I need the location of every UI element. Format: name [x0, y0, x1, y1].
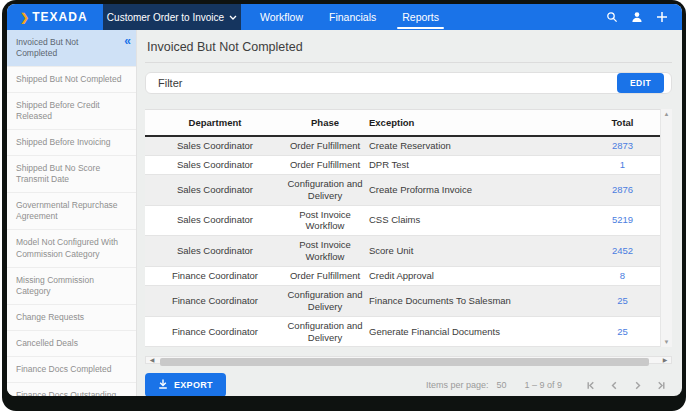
report-table-card: Department Phase Exception Total Sales C…: [145, 109, 672, 347]
download-icon: [158, 379, 168, 391]
column-header-total[interactable]: Total: [585, 110, 660, 137]
total-link[interactable]: 25: [617, 326, 628, 337]
sidebar-item[interactable]: Governmental Repurchase Agreement: [7, 193, 136, 230]
table-row: Finance CoordinatorConfiguration and Del…: [145, 285, 660, 316]
tab-reports[interactable]: Reports: [389, 4, 452, 30]
chevron-down-icon: [229, 15, 237, 20]
body-row: Invoiced But Not CompletedShipped But No…: [7, 30, 682, 396]
app-switcher-menu[interactable]: Customer Order to Invoice: [103, 4, 241, 30]
total-link[interactable]: 8: [620, 270, 625, 281]
cell-total: 8: [585, 267, 660, 286]
filter-label: Filter: [158, 77, 182, 89]
tab-financials[interactable]: Financials: [316, 4, 389, 30]
cell-phase: Order Fulfillment: [285, 136, 365, 155]
cell-phase: Configuration and Delivery: [285, 316, 365, 347]
total-link[interactable]: 1: [620, 159, 625, 170]
cell-department: Sales Coordinator: [145, 174, 285, 205]
edit-filter-button[interactable]: EDIT: [617, 73, 664, 93]
user-icon[interactable]: [631, 11, 643, 23]
column-header-exception[interactable]: Exception: [365, 110, 585, 137]
cell-exception: DPR Test: [365, 155, 585, 174]
app-switcher-label: Customer Order to Invoice: [107, 12, 224, 23]
column-header-department[interactable]: Department: [145, 110, 285, 137]
total-link[interactable]: 25: [617, 295, 628, 306]
sidebar-item[interactable]: Shipped But Not Completed: [7, 67, 136, 93]
sidebar-item[interactable]: Cancelled Deals: [7, 331, 136, 357]
cell-department: Finance Coordinator: [145, 267, 285, 286]
main-content: Invoiced But Not Completed Filter EDIT D…: [137, 30, 682, 396]
cell-total: 25: [585, 316, 660, 347]
cell-phase: Order Fulfillment: [285, 267, 365, 286]
table-row: Sales CoordinatorConfiguration and Deliv…: [145, 174, 660, 205]
cell-phase: Order Fulfillment: [285, 155, 365, 174]
total-link[interactable]: 5219: [612, 214, 633, 225]
cell-exception: Finance Documents To Salesman: [365, 285, 585, 316]
cell-department: Sales Coordinator: [145, 155, 285, 174]
items-per-page-label: Items per page:: [426, 380, 489, 390]
sidebar-list: Invoiced But Not CompletedShipped But No…: [7, 30, 136, 396]
cell-department: Sales Coordinator: [145, 205, 285, 236]
next-page-button[interactable]: [630, 378, 645, 393]
sidebar-item[interactable]: Model Not Configured With Commission Cat…: [7, 230, 136, 267]
total-link[interactable]: 2873: [612, 140, 633, 151]
cell-exception: CSS Claims: [365, 205, 585, 236]
cell-total: 2876: [585, 174, 660, 205]
scroll-right-icon[interactable]: ▶: [659, 357, 671, 363]
column-header-phase[interactable]: Phase: [285, 110, 365, 137]
cell-department: Finance Coordinator: [145, 285, 285, 316]
filter-panel: Filter EDIT: [145, 72, 672, 94]
cell-exception: Create Proforma Invoice: [365, 174, 585, 205]
table-vertical-scrollbar[interactable]: ▲ ▼: [660, 109, 672, 347]
cell-department: Sales Coordinator: [145, 236, 285, 267]
sidebar-item[interactable]: Shipped Before Invoicing: [7, 130, 136, 156]
collapse-sidebar-icon[interactable]: «: [124, 35, 131, 47]
first-page-button[interactable]: [584, 378, 599, 393]
table-horizontal-scrollbar[interactable]: ◀ ▶: [145, 356, 672, 364]
scroll-down-icon[interactable]: ▼: [664, 339, 670, 345]
cell-exception: Create Reservation: [365, 136, 585, 155]
logo-text: TEXADA: [32, 10, 87, 24]
last-page-button[interactable]: [653, 378, 668, 393]
sidebar-item[interactable]: Shipped But No Score Transmit Date: [7, 156, 136, 193]
total-link[interactable]: 2876: [612, 184, 633, 195]
sidebar-item[interactable]: Finance Docs Completed: [7, 357, 136, 383]
table-row: Finance CoordinatorConfiguration and Del…: [145, 316, 660, 347]
items-per-page-value[interactable]: 50: [496, 380, 506, 390]
header-actions: [606, 4, 682, 30]
scroll-up-icon[interactable]: ▲: [664, 111, 670, 117]
export-button-label: EXPORT: [174, 380, 213, 390]
table-row: Sales CoordinatorPost Invoice WorkflowSc…: [145, 236, 660, 267]
report-table: Department Phase Exception Total Sales C…: [145, 109, 660, 347]
total-link[interactable]: 2452: [612, 245, 633, 256]
sidebar-item[interactable]: Change Requests: [7, 305, 136, 331]
cell-department: Sales Coordinator: [145, 136, 285, 155]
texada-logo: ❯ TEXADA: [7, 4, 103, 30]
add-icon[interactable]: [656, 11, 668, 23]
table-row: Sales CoordinatorPost Invoice WorkflowCS…: [145, 205, 660, 236]
page-title: Invoiced But Not Completed: [145, 36, 672, 63]
logo-chevron-icon: ❯: [20, 12, 29, 23]
horizontal-scroll-thumb[interactable]: [160, 358, 649, 366]
previous-page-button[interactable]: [607, 378, 622, 393]
cell-department: Finance Coordinator: [145, 316, 285, 347]
table-header-row: Department Phase Exception Total: [145, 110, 660, 137]
export-button[interactable]: EXPORT: [145, 373, 226, 396]
table-row: Finance CoordinatorOrder FulfillmentCred…: [145, 267, 660, 286]
scroll-left-icon[interactable]: ◀: [146, 357, 158, 363]
sidebar-item[interactable]: Finance Docs Outstanding: [7, 383, 136, 396]
reports-sidebar: Invoiced But Not CompletedShipped But No…: [7, 30, 137, 396]
cell-phase: Configuration and Delivery: [285, 174, 365, 205]
app-window: ❯ TEXADA Customer Order to Invoice Workf…: [7, 4, 682, 396]
sidebar-item[interactable]: Shipped Before Credit Released: [7, 93, 136, 130]
cell-total: 25: [585, 285, 660, 316]
sidebar-item[interactable]: Missing Commission Category: [7, 268, 136, 305]
cell-phase: Post Invoice Workflow: [285, 236, 365, 267]
cell-phase: Post Invoice Workflow: [285, 205, 365, 236]
search-icon[interactable]: [606, 11, 618, 23]
cell-phase: Configuration and Delivery: [285, 285, 365, 316]
cell-exception: Score Unit: [365, 236, 585, 267]
sidebar-item[interactable]: Invoiced But Not Completed: [7, 30, 136, 67]
tab-workflow[interactable]: Workflow: [247, 4, 316, 30]
table-row: Sales CoordinatorOrder FulfillmentDPR Te…: [145, 155, 660, 174]
paginator: Items per page: 50 1 – 9 of 9: [426, 378, 668, 393]
